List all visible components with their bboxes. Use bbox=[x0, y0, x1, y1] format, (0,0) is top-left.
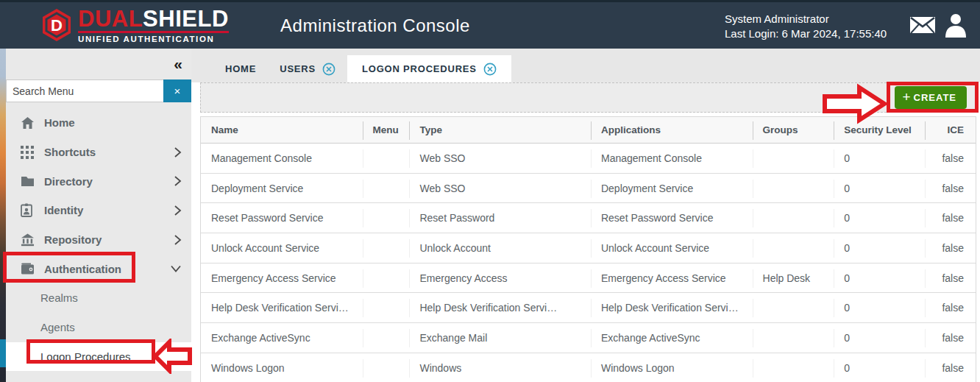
cell-applications: Reset Password Service bbox=[591, 203, 753, 233]
plus-icon: + bbox=[902, 90, 910, 104]
cell-type: Reset Password bbox=[409, 203, 591, 233]
sidebar-item-agents[interactable]: Agents bbox=[6, 313, 191, 342]
cell-name: Help Desk Verification Servi… bbox=[201, 293, 363, 322]
cell-security-level: 0 bbox=[834, 353, 925, 382]
column-header-menu[interactable]: Menu bbox=[363, 117, 410, 143]
column-header-type[interactable]: Type bbox=[409, 117, 591, 143]
sidebar-item-authentication[interactable]: Authentication bbox=[6, 254, 191, 283]
dualshield-logo: D DUALSHIELD UNIFIED AUTHENTICATION bbox=[38, 7, 229, 43]
sidebar-item-applications[interactable]: Applications bbox=[6, 371, 191, 382]
sidebar-menu: HomeShortcutsDirectoryIdentityRepository… bbox=[6, 108, 191, 382]
cell-name: Unlock Account Service bbox=[201, 233, 363, 263]
sidebar-item-label: Logon Procedures bbox=[40, 350, 131, 363]
brand-tagline: UNIFIED AUTHENTICATION bbox=[78, 35, 229, 43]
cell-security-level: 0 bbox=[834, 233, 925, 263]
hexagon-logo-icon: D bbox=[38, 7, 75, 43]
chevron-right-icon bbox=[174, 146, 182, 158]
sidebar-item-home[interactable]: Home bbox=[6, 108, 191, 138]
cell-type: Web SSO bbox=[409, 144, 591, 173]
cell-name: Windows Logon bbox=[201, 353, 363, 382]
column-header-name[interactable]: Name bbox=[201, 117, 363, 143]
cell-groups: Help Desk bbox=[753, 263, 834, 293]
wallet-icon bbox=[21, 262, 35, 276]
cell-security-level: 0 bbox=[834, 203, 925, 233]
table-row[interactable]: Reset Password ServiceReset PasswordRese… bbox=[201, 203, 976, 233]
sidebar-item-shortcuts[interactable]: Shortcuts bbox=[6, 138, 191, 167]
sidebar-item-label: Authentication bbox=[44, 263, 121, 275]
toolbar: + CREATE bbox=[200, 82, 979, 113]
cell-security-level: 0 bbox=[834, 144, 925, 173]
chevron-down-icon bbox=[170, 265, 182, 273]
cell-menu bbox=[363, 323, 410, 353]
cell-security-level: 0 bbox=[834, 174, 925, 203]
cell-ice: false bbox=[925, 203, 976, 233]
cell-name: Deployment Service bbox=[201, 174, 363, 203]
cell-groups bbox=[753, 174, 834, 203]
table-row[interactable]: Help Desk Verification Servi…Help Desk V… bbox=[201, 293, 976, 323]
cell-menu bbox=[363, 293, 410, 322]
sidebar-item-label: Realms bbox=[40, 291, 78, 304]
cell-applications: Help Desk Verification Servi… bbox=[591, 293, 753, 322]
sidebar-item-logon-procedures[interactable]: Logon Procedures bbox=[6, 342, 191, 372]
sidebar-collapse-row: « bbox=[6, 49, 191, 79]
mail-icon[interactable] bbox=[909, 15, 937, 35]
tab-label: LOGON PROCEDURES bbox=[362, 63, 477, 74]
tab-close-icon[interactable] bbox=[483, 63, 497, 76]
cell-security-level: 0 bbox=[834, 263, 925, 293]
cell-ice: false bbox=[925, 144, 976, 173]
tab-label: USERS bbox=[280, 63, 316, 74]
sidebar: « × HomeShortcutsDirectoryIdentityReposi… bbox=[6, 49, 191, 382]
user-name: System Administrator bbox=[725, 12, 887, 26]
column-header-ice[interactable]: ICE bbox=[925, 117, 976, 143]
user-avatar-icon[interactable] bbox=[944, 13, 967, 38]
chevron-right-icon bbox=[174, 205, 182, 216]
create-button[interactable]: + CREATE bbox=[895, 86, 967, 109]
cell-applications: Windows Logon bbox=[591, 353, 753, 382]
cell-type: Web SSO bbox=[409, 174, 591, 203]
desktop-edge-strip bbox=[0, 0, 6, 382]
cell-name: Management Console bbox=[201, 144, 363, 173]
cell-groups bbox=[753, 144, 834, 173]
table-row[interactable]: Windows LogonWindowsWindows Logon0false bbox=[201, 353, 976, 382]
bank-icon bbox=[21, 233, 35, 247]
chevron-right-icon bbox=[174, 175, 182, 187]
column-header-applications[interactable]: Applications bbox=[591, 117, 753, 143]
user-session-info: System Administrator Last Login: 6 Mar 2… bbox=[725, 12, 887, 41]
sidebar-item-label: Applications bbox=[40, 380, 100, 382]
cell-applications: Exchange ActiveSync bbox=[591, 323, 753, 353]
search-menu-input[interactable] bbox=[6, 79, 163, 102]
cell-applications: Deployment Service bbox=[591, 174, 753, 203]
grid-icon bbox=[21, 145, 35, 159]
page-title: Administration Console bbox=[243, 15, 508, 36]
table-body: Management ConsoleWeb SSOManagement Cons… bbox=[201, 144, 976, 382]
table-header-row: NameMenuTypeApplicationsGroupsSecurity L… bbox=[201, 116, 976, 144]
cell-menu bbox=[363, 174, 410, 203]
sidebar-item-label: Shortcuts bbox=[44, 146, 96, 158]
column-header-groups[interactable]: Groups bbox=[753, 117, 834, 143]
sidebar-collapse-button[interactable]: « bbox=[174, 55, 182, 73]
column-header-security-level[interactable]: Security Level bbox=[834, 117, 925, 143]
table-row[interactable]: Management ConsoleWeb SSOManagement Cons… bbox=[201, 144, 976, 174]
table-row[interactable]: Deployment ServiceWeb SSODeployment Serv… bbox=[201, 174, 976, 204]
table-row[interactable]: Exchange ActiveSyncExchange MailExchange… bbox=[201, 323, 976, 353]
table-row[interactable]: Emergency Access ServiceEmergency Access… bbox=[201, 263, 976, 294]
sidebar-item-directory[interactable]: Directory bbox=[6, 166, 191, 196]
administration-console-screen: D DUALSHIELD UNIFIED AUTHENTICATION Admi… bbox=[0, 0, 980, 382]
sidebar-item-repository[interactable]: Repository bbox=[6, 225, 191, 255]
tab-logon-procedures[interactable]: LOGON PROCEDURES bbox=[347, 55, 511, 82]
sidebar-item-label: Identity bbox=[44, 204, 83, 216]
brand-name: DUALSHIELD bbox=[78, 8, 229, 33]
sidebar-item-realms[interactable]: Realms bbox=[6, 283, 191, 313]
sidebar-item-identity[interactable]: Identity bbox=[6, 196, 191, 225]
tab-close-icon[interactable] bbox=[322, 63, 335, 76]
last-login: Last Login: 6 Mar 2024, 17:55:40 bbox=[725, 26, 887, 41]
app-header: D DUALSHIELD UNIFIED AUTHENTICATION Admi… bbox=[0, 0, 980, 49]
table-row[interactable]: Unlock Account ServiceUnlock AccountUnlo… bbox=[201, 233, 976, 263]
id-card-icon bbox=[21, 203, 35, 217]
cell-ice: false bbox=[925, 293, 976, 322]
tab-home[interactable]: HOME bbox=[213, 55, 268, 82]
tab-users[interactable]: USERS bbox=[268, 55, 347, 82]
cell-security-level: 0 bbox=[834, 293, 925, 322]
search-clear-button[interactable]: × bbox=[163, 79, 191, 102]
cell-type: Exchange Mail bbox=[409, 323, 591, 353]
